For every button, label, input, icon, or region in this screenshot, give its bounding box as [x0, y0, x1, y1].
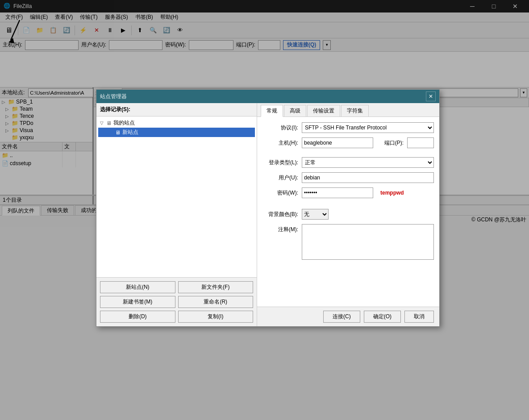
tab-transfer-settings[interactable]: 传输设置	[307, 105, 340, 116]
new-folder-button[interactable]: 新文件夹(F)	[178, 281, 254, 293]
user-label: 用户(U):	[262, 174, 298, 182]
dialog-tree-root[interactable]: ▽ 🖥 我的站点	[98, 118, 255, 128]
new-bookmark-button[interactable]: 新建书签(M)	[100, 296, 175, 308]
site-icon: 🖥	[115, 129, 121, 136]
login-type-select[interactable]: 正常	[302, 157, 434, 168]
tab-general[interactable]: 常规	[261, 105, 283, 117]
pass-field[interactable]	[302, 187, 373, 198]
dialog-buttons: 新站点(N) 新文件夹(F) 新建书签(M) 重命名(R) 删除(D) 复制(I…	[96, 277, 257, 326]
bg-color-label: 背景颜色(B):	[262, 211, 298, 218]
login-type-row: 登录类型(L): 正常	[262, 157, 434, 168]
dialog-tabs: 常规 高级 传输设置 字符集	[257, 103, 439, 117]
dialog-left-panel: 选择记录(S): ▽ 🖥 我的站点 🖥 新站点 新站点(N) 新文件夹(F	[96, 103, 257, 326]
dialog-body: 选择记录(S): ▽ 🖥 我的站点 🖥 新站点 新站点(N) 新文件夹(F	[96, 103, 439, 326]
note-textarea[interactable]	[302, 224, 434, 260]
connect-button[interactable]: 连接(C)	[323, 311, 360, 323]
note-label: 注释(M):	[262, 226, 298, 233]
dialog-title: 站点管理器	[100, 93, 426, 100]
dialog-left-header: 选择记录(S):	[96, 103, 257, 116]
new-site-button[interactable]: 新站点(N)	[100, 281, 175, 293]
password-row: 密码(W): temppwd	[262, 187, 434, 198]
host-label: 主机(H):	[262, 139, 298, 147]
tab-charset[interactable]: 字符集	[341, 105, 369, 116]
dialog-close-button[interactable]: ✕	[426, 91, 436, 101]
protocol-row: 协议(I): SFTP - SSH File Transfer Protocol	[262, 122, 434, 133]
ok-button[interactable]: 确定(O)	[364, 311, 401, 323]
copy-button[interactable]: 复制(I)	[178, 311, 254, 323]
pass-label: 密码(W):	[262, 189, 298, 197]
dialog-tree: ▽ 🖥 我的站点 🖥 新站点	[96, 116, 257, 277]
tab-advanced[interactable]: 高级	[284, 105, 306, 116]
port-label: 端口(P):	[377, 139, 404, 147]
dialog-footer: 连接(C) 确定(O) 取消	[257, 307, 439, 326]
cancel-button[interactable]: 取消	[404, 311, 434, 323]
pass-hint: temppwd	[380, 190, 404, 196]
dialog-tree-child[interactable]: 🖥 新站点	[98, 128, 255, 137]
bg-color-select[interactable]: 无	[302, 209, 329, 220]
user-row: 用户(U):	[262, 172, 434, 183]
note-row: 注释(M):	[262, 224, 434, 260]
dialog-form: 协议(I): SFTP - SSH File Transfer Protocol…	[257, 117, 439, 307]
protocol-label: 协议(I):	[262, 124, 298, 132]
computer-icon: 🖥	[106, 120, 112, 126]
expand-icon: ▽	[100, 121, 106, 125]
rename-button[interactable]: 重命名(R)	[178, 296, 254, 308]
host-row: 主机(H): 端口(P):	[262, 137, 434, 148]
bg-color-row: 背景颜色(B): 无	[262, 209, 434, 220]
host-field[interactable]	[302, 137, 373, 148]
protocol-select[interactable]: SFTP - SSH File Transfer Protocol	[302, 122, 434, 133]
dialog-right-panel: 常规 高级 传输设置 字符集 协议(I): SFTP - SSH File Tr…	[257, 103, 439, 326]
station-manager-dialog: 站点管理器 ✕ 选择记录(S): ▽ 🖥 我的站点 🖥 新站点	[96, 89, 440, 327]
port-field[interactable]	[407, 137, 434, 148]
dialog-titlebar: 站点管理器 ✕	[96, 90, 439, 103]
login-type-label: 登录类型(L):	[262, 159, 298, 166]
delete-button[interactable]: 删除(D)	[100, 311, 175, 323]
user-field[interactable]	[302, 172, 434, 183]
